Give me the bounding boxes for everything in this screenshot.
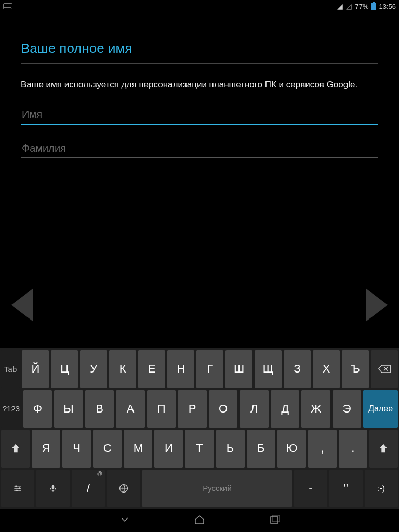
- key-letter[interactable]: Я: [32, 430, 60, 468]
- last-name-input[interactable]: [21, 139, 378, 158]
- key-letter[interactable]: Ч: [62, 430, 91, 468]
- first-name-input[interactable]: [21, 105, 378, 125]
- key-letter[interactable]: Б: [247, 430, 275, 468]
- backspace-icon: [378, 364, 391, 374]
- home-icon: [193, 513, 206, 526]
- key-shift-right[interactable]: [369, 430, 398, 468]
- clock: 13:56: [379, 3, 396, 10]
- key-letter[interactable]: К: [109, 350, 136, 388]
- key-letter[interactable]: Л: [240, 390, 269, 428]
- nav-back[interactable]: [118, 513, 131, 528]
- key-letter[interactable]: Ц: [51, 350, 78, 388]
- svg-rect-5: [271, 517, 278, 523]
- nav-recents[interactable]: [268, 513, 281, 528]
- back-arrow[interactable]: [11, 288, 33, 322]
- key-letter[interactable]: Ы: [54, 390, 83, 428]
- key-letter[interactable]: Ж: [301, 390, 330, 428]
- key-letter[interactable]: Д: [271, 390, 300, 428]
- key-letter[interactable]: Н: [167, 350, 194, 388]
- key-enter[interactable]: Далее: [363, 390, 398, 428]
- key-backspace[interactable]: [371, 350, 398, 388]
- key-letter[interactable]: О: [209, 390, 238, 428]
- svg-point-2: [16, 489, 18, 491]
- key-quote[interactable]: ": [329, 470, 363, 508]
- mic-icon: [48, 484, 58, 493]
- next-arrow[interactable]: [366, 288, 388, 322]
- key-letter[interactable]: Й: [22, 350, 49, 388]
- key-letter[interactable]: Ъ: [342, 350, 369, 388]
- globe-icon: [118, 483, 129, 494]
- shift-icon: [378, 443, 389, 454]
- key-letter[interactable]: Е: [138, 350, 165, 388]
- key-letter[interactable]: Х: [313, 350, 340, 388]
- svg-rect-6: [272, 515, 280, 522]
- key-letter[interactable]: Ш: [225, 350, 252, 388]
- key-tab[interactable]: Tab: [1, 350, 20, 388]
- battery-percent: 77%: [355, 3, 368, 10]
- status-bar: ◢ ◿ 77% 13:56: [0, 0, 399, 12]
- key-letter[interactable]: З: [284, 350, 311, 388]
- key-slash[interactable]: @/: [72, 470, 105, 508]
- key-letter[interactable]: И: [154, 430, 183, 468]
- key-settings[interactable]: [1, 470, 34, 508]
- key-space[interactable]: Русский: [142, 470, 292, 508]
- key-smile[interactable]: :-): [365, 470, 398, 508]
- key-letter[interactable]: .: [339, 430, 367, 468]
- key-dash[interactable]: _-: [294, 470, 327, 508]
- system-navbar: [0, 509, 399, 532]
- battery-icon: [371, 3, 376, 10]
- key-language[interactable]: [107, 470, 140, 508]
- key-letter[interactable]: Ю: [277, 430, 306, 468]
- key-letter[interactable]: Г: [196, 350, 223, 388]
- key-symbols[interactable]: ?123: [1, 390, 21, 428]
- sliders-icon: [12, 483, 23, 494]
- page-description: Ваше имя используется для персонализации…: [21, 78, 378, 91]
- key-letter[interactable]: В: [85, 390, 114, 428]
- shift-icon: [10, 443, 21, 454]
- recents-icon: [268, 513, 281, 526]
- key-letter[interactable]: У: [80, 350, 107, 388]
- key-letter[interactable]: Р: [178, 390, 207, 428]
- key-letter[interactable]: Э: [332, 390, 362, 428]
- signal-icon: ◿: [346, 2, 352, 10]
- key-letter[interactable]: П: [147, 390, 176, 428]
- last-name-field[interactable]: [21, 139, 378, 158]
- key-letter[interactable]: Ь: [216, 430, 245, 468]
- key-mic[interactable]: [36, 470, 70, 508]
- key-letter[interactable]: Т: [185, 430, 214, 468]
- key-letter[interactable]: ,: [308, 430, 337, 468]
- svg-rect-3: [52, 485, 55, 489]
- key-shift-left[interactable]: [1, 430, 30, 468]
- key-letter[interactable]: С: [93, 430, 122, 468]
- key-letter[interactable]: Ф: [23, 390, 52, 428]
- wifi-icon: ◢: [337, 2, 343, 10]
- first-name-field[interactable]: [21, 105, 378, 125]
- key-letter[interactable]: А: [116, 390, 145, 428]
- svg-point-1: [19, 487, 20, 489]
- nav-home[interactable]: [193, 513, 206, 528]
- svg-point-0: [15, 485, 17, 487]
- keyboard-hide-icon: [118, 513, 131, 526]
- key-letter[interactable]: М: [124, 430, 152, 468]
- soft-keyboard: Tab Й Ц У К Е Н Г Ш Щ З Х Ъ ?123 Ф Ы В А…: [0, 348, 399, 509]
- keyboard-indicator-icon: [3, 3, 12, 9]
- page-title: Ваше полное имя: [21, 41, 378, 64]
- key-letter[interactable]: Щ: [255, 350, 282, 388]
